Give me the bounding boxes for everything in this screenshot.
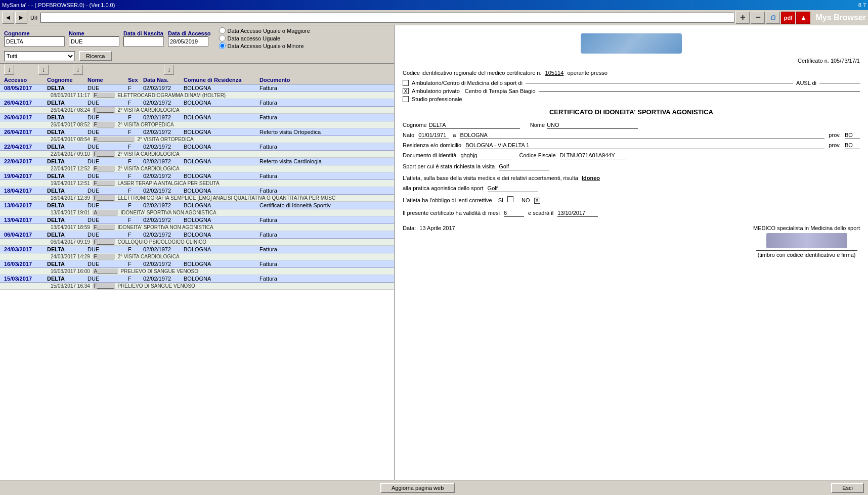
- risulta-value: Idoneo: [582, 175, 600, 181]
- sort-accesso[interactable]: ↓: [4, 65, 14, 75]
- documento-cf-row: Documento di identità ghghjg Codice Fisc…: [403, 152, 860, 159]
- cognome-row: Cognome DELTA Nome UNO: [403, 122, 860, 129]
- zoom-out-button[interactable]: −: [751, 12, 765, 24]
- column-headers: Accesso Cognome Nome Sex Data Nas. Comun…: [0, 76, 394, 84]
- radio-minore[interactable]: [219, 42, 226, 49]
- privato-checkbox[interactable]: X: [403, 88, 409, 94]
- bottom-bar: Aggiorna pagina web Esci: [0, 480, 868, 495]
- title-bar: MySanita' - - (.PDFBROWSER.0) - (Ver.1.0…: [0, 0, 868, 10]
- radio-maggiore[interactable]: [219, 27, 226, 34]
- search-button[interactable]: Ricerca: [79, 51, 112, 61]
- stamp-line: [756, 250, 857, 251]
- table-row[interactable]: 18/04/2017 DELTA DUE F 02/02/1972 BOLOGN…: [0, 187, 394, 195]
- signature-area: Data: 13 Aprile 2017 MEDICO specialista …: [403, 225, 860, 258]
- table-row[interactable]: 24/03/2017 DELTA DUE F 02/02/1972 BOLOGN…: [0, 246, 394, 253]
- table-row-detail[interactable]: 13/04/2017 19:01 A_______ IDONEITA' SPOR…: [0, 209, 394, 216]
- ambulatorio-checkbox[interactable]: [403, 80, 409, 86]
- cert-nome-value: UNO: [547, 122, 638, 129]
- table-row[interactable]: 15/03/2017 DELTA DUE F 02/02/1972 BOLOGN…: [0, 275, 394, 283]
- cognome-input[interactable]: [4, 36, 65, 47]
- studio-checkbox[interactable]: [403, 96, 409, 102]
- search-form: Cognome Nome Data di Nascita Data di Acc…: [0, 25, 394, 64]
- table-row[interactable]: 19/04/2017 DELTA DUE F 02/02/1972 BOLOGN…: [0, 172, 394, 180]
- table-row[interactable]: 06/04/2017 DELTA DUE F 02/02/1972 BOLOGN…: [0, 231, 394, 239]
- table-row[interactable]: 13/04/2017 DELTA DUE F 02/02/1972 BOLOGN…: [0, 202, 394, 209]
- lenti-si-checkbox[interactable]: [507, 196, 513, 202]
- acrobat-button[interactable]: ▲: [796, 12, 810, 24]
- mesi-value: 6: [504, 210, 524, 217]
- table-row-detail[interactable]: 24/03/2017 14:29 F______ 2° VISITA CARDI…: [0, 253, 394, 260]
- table-row-detail[interactable]: 16/03/2017 16:00 A_______ PRELIEVO DI SA…: [0, 268, 394, 275]
- sort-documento[interactable]: ↓: [164, 65, 174, 75]
- table-row-detail[interactable]: 26/04/2017 08:54 F_____________ 2° VISIT…: [0, 136, 394, 143]
- cert-signature-section: MEDICO specialista in Medicina dello spo…: [753, 225, 860, 258]
- table-row[interactable]: 08/05/2017 DELTA DUE F 02/02/1972 BOLOGN…: [0, 84, 394, 92]
- table-row-detail[interactable]: 26/04/2017 08:24 F______ 2° VISITA CARDI…: [0, 107, 394, 114]
- table-row-detail[interactable]: 19/04/2017 12:51 F______ LASER TERAPIA A…: [0, 180, 394, 187]
- col-datanas[interactable]: Data Nas.: [143, 77, 184, 83]
- codice-value: 105114: [545, 70, 564, 76]
- window-controls[interactable]: 8 7: [858, 2, 866, 8]
- col-sex[interactable]: Sex: [128, 77, 143, 83]
- nato-label: Nato: [403, 132, 414, 138]
- nascita-input[interactable]: [123, 36, 164, 47]
- table-row[interactable]: 22/04/2017 DELTA DUE F 02/02/1972 BOLOGN…: [0, 143, 394, 151]
- back-button[interactable]: ◄: [2, 12, 14, 24]
- sort-nome[interactable]: ↓: [73, 65, 83, 75]
- cert-number-text: Certificato n. 105/73/17/1: [798, 58, 860, 64]
- medico-label: MEDICO specialista in Medicina dello spo…: [753, 225, 860, 231]
- nascita-label: Data di Nascita: [123, 30, 164, 36]
- doc-label: Documento di identità: [403, 152, 456, 158]
- nome-input[interactable]: [69, 36, 119, 47]
- scadra-value: 13/10/2017: [557, 210, 598, 217]
- zoom-in-button[interactable]: +: [735, 12, 750, 24]
- col-comune[interactable]: Comune di Residenza: [184, 77, 259, 83]
- table-row[interactable]: 26/04/2017 DELTA DUE F 02/02/1972 BOLOGN…: [0, 99, 394, 107]
- table-row[interactable]: 26/04/2017 DELTA DUE F 02/02/1972 BOLOGN…: [0, 114, 394, 121]
- pdf-button[interactable]: pdf: [781, 12, 795, 24]
- pratica-label: alla pratica agonistica dello sport: [403, 185, 484, 191]
- col-documento[interactable]: Documento: [259, 77, 335, 83]
- table-row-detail[interactable]: 06/04/2017 09:19 F______ COLLOQUIO PSICO…: [0, 239, 394, 246]
- privato-row: X Ambulatorio privato Centro di Terapia …: [403, 88, 860, 94]
- google-button[interactable]: G: [766, 12, 780, 24]
- col-accesso[interactable]: Accesso: [4, 77, 47, 83]
- data-label: Data:: [403, 225, 416, 231]
- residenza-value: BOLOGNA - VIA DELTA 1: [465, 142, 824, 149]
- sport-row: Sport per cui è stata richiesta la visit…: [403, 163, 860, 170]
- table-row-detail[interactable]: 26/04/2017 08:52 F______ 2° VISITA ORTOP…: [0, 121, 394, 128]
- url-input[interactable]: [40, 13, 734, 23]
- accesso-label: Data di Accesso: [168, 30, 211, 36]
- col-nome[interactable]: Nome: [88, 77, 128, 83]
- cert-logo: [403, 33, 860, 54]
- table-row[interactable]: 22/04/2017 DELTA DUE F 02/02/1972 BOLOGN…: [0, 158, 394, 165]
- table-row-detail[interactable]: 15/03/2017 16:34 F______ PRELIEVO DI SAN…: [0, 283, 394, 290]
- exit-button[interactable]: Esci: [831, 483, 864, 493]
- col-cognome[interactable]: Cognome: [47, 77, 88, 83]
- table-row-detail[interactable]: 13/04/2017 18:59 F______ IDONEITA' SPORT…: [0, 224, 394, 231]
- table-row[interactable]: 26/04/2017 DELTA DUE F 02/02/1972 BOLOGN…: [0, 128, 394, 136]
- table-row-detail[interactable]: 18/04/2017 12:39 F______ ELETTROMIOGRAFI…: [0, 195, 394, 202]
- si-label: SI: [498, 197, 503, 203]
- table-row-detail[interactable]: 22/04/2017 12:52 F______ 2° VISITA CARDI…: [0, 165, 394, 172]
- cert-nome-label: Nome: [530, 122, 545, 128]
- update-button[interactable]: Aggiorna pagina web: [380, 483, 455, 493]
- table-row[interactable]: 16/03/2017 DELTA DUE F 02/02/1972 BOLOGN…: [0, 260, 394, 268]
- sport-label: Sport per cui è stata richiesta la visit…: [403, 163, 495, 169]
- table-row-detail[interactable]: 08/05/2017 11:17 F______ ELETTROCARDIOGR…: [0, 92, 394, 99]
- radio-maggiore-label: Data Accesso Uguale o Maggiore: [228, 28, 310, 34]
- table-row[interactable]: 13/04/2017 DELTA DUE F 02/02/1972 BOLOGN…: [0, 216, 394, 224]
- no-label: NO: [522, 197, 530, 203]
- radio-uguale-label: Data accesso Uguale: [228, 35, 281, 41]
- lenti-row: L'atleta ha l'obbligo di lenti correttiv…: [403, 196, 860, 204]
- filter-select[interactable]: Tutti: [4, 51, 75, 61]
- browser-title: Mys Browser: [815, 13, 866, 22]
- lenti-no-checkbox[interactable]: X: [534, 198, 540, 204]
- forward-button[interactable]: ►: [15, 12, 27, 24]
- table-row-detail[interactable]: 22/04/2017 09:10 F______ 2° VISITA CARDI…: [0, 151, 394, 158]
- sort-cognome[interactable]: ↓: [38, 65, 49, 75]
- radio-uguale[interactable]: [219, 35, 226, 41]
- accesso-input[interactable]: [168, 36, 208, 47]
- nato-city: BOLOGNA: [460, 132, 824, 139]
- nato-row: Nato 01/01/1971 a BOLOGNA prov. BO: [403, 132, 860, 139]
